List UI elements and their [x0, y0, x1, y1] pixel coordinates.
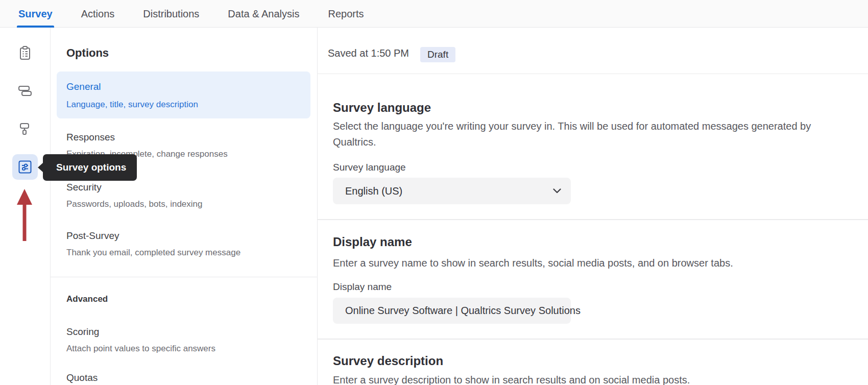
selected-language-value: English (US)	[333, 185, 402, 197]
survey-options-tooltip: Survey options	[43, 154, 137, 181]
option-subtitle: Thank you email, completed survey messag…	[66, 248, 240, 258]
tab-reports[interactable]: Reports	[328, 0, 364, 28]
display-name-value: Online Survey Software | Qualtrics Surve…	[333, 305, 581, 317]
option-item-security[interactable]: Security Passwords, uploads, bots, index…	[66, 182, 203, 209]
chevron-down-icon	[551, 185, 563, 197]
tab-distributions[interactable]: Distributions	[143, 0, 199, 28]
saved-status: Saved at 1:50 PM	[328, 47, 409, 59]
clipboard-icon	[17, 45, 33, 61]
survey-builder-icon[interactable]	[13, 41, 37, 65]
survey-description-heading: Survey description	[333, 354, 443, 368]
paint-roller-icon	[17, 121, 33, 136]
survey-language-field-label: Survey language	[333, 162, 406, 173]
option-subtitle: Passwords, uploads, bots, indexing	[66, 199, 203, 209]
option-item-post-survey[interactable]: Post-Survey Thank you email, completed s…	[66, 230, 240, 258]
tab-actions[interactable]: Actions	[81, 0, 115, 28]
look-and-feel-icon[interactable]	[13, 116, 37, 141]
display-name-input[interactable]: Online Survey Software | Qualtrics Surve…	[333, 298, 571, 324]
section-divider	[318, 339, 868, 340]
annotation-arrow-up	[15, 188, 34, 241]
option-item-general[interactable]: General Language, title, survey descript…	[57, 71, 310, 118]
option-title: Responses	[66, 132, 228, 143]
option-title: Post-Survey	[66, 230, 240, 242]
blocks-icon	[17, 83, 33, 98]
option-item-quotas[interactable]: Quotas	[66, 372, 98, 383]
sliders-icon	[17, 159, 33, 175]
option-title: Security	[66, 182, 203, 193]
tooltip-label: Survey options	[56, 162, 126, 173]
header-divider	[318, 74, 868, 74]
advanced-section-label: Advanced	[66, 294, 108, 304]
option-subtitle: Attach point values to specific answers	[66, 344, 215, 354]
status-badge: Draft	[420, 47, 455, 62]
option-title: General	[66, 81, 101, 92]
options-panel: Options General Language, title, survey …	[51, 28, 318, 385]
display-name-description: Enter a survey name to show in search re…	[333, 255, 823, 271]
options-section-divider	[51, 277, 318, 277]
tab-survey[interactable]: Survey	[18, 0, 53, 28]
display-name-heading: Display name	[333, 235, 412, 249]
survey-language-heading: Survey language	[333, 101, 431, 115]
survey-description-description: Enter a survey description to show in se…	[333, 372, 823, 385]
option-subtitle: Language, title, survey description	[66, 100, 198, 110]
general-settings-panel: Saved at 1:50 PM Draft Survey language S…	[318, 28, 868, 385]
survey-flow-icon[interactable]	[13, 78, 37, 103]
survey-language-select[interactable]: English (US)	[333, 178, 571, 204]
display-name-field-label: Display name	[333, 281, 392, 293]
option-item-scoring[interactable]: Scoring Attach point values to specific …	[66, 326, 215, 354]
option-title: Quotas	[66, 372, 98, 383]
survey-options-icon[interactable]	[12, 154, 38, 180]
survey-language-description: Select the language you're writing your …	[333, 118, 823, 150]
section-divider	[318, 219, 868, 220]
tab-data-analysis[interactable]: Data & Analysis	[228, 0, 299, 28]
top-navigation: Survey Actions Distributions Data & Anal…	[0, 0, 868, 28]
options-panel-title: Options	[66, 46, 109, 60]
option-title: Scoring	[66, 326, 215, 338]
